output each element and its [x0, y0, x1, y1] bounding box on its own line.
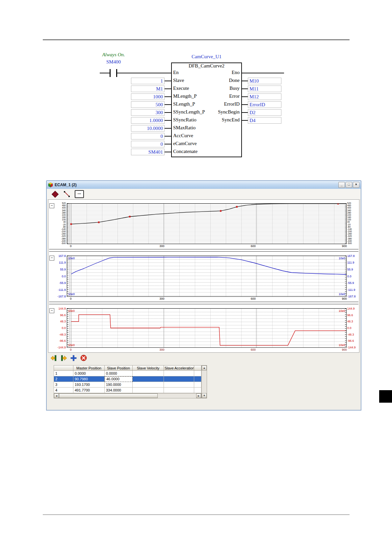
y-tick-label: 167.8 [347, 254, 355, 258]
chart-splitter[interactable] [49, 302, 358, 304]
slave-position-cell[interactable]: 0.0000 [105, 371, 133, 376]
window-titlebar[interactable]: ECAM_1 (2) _ □ × [47, 181, 361, 189]
velocity-plot[interactable]: 10e0 10e0 10e0 10e0 [67, 256, 347, 297]
slave-position-cell[interactable]: 46.0000 [105, 376, 133, 382]
line-tool-icon[interactable] [64, 191, 70, 197]
table-row-3[interactable]: 3193.1700190.0000 [54, 382, 201, 388]
master-position-cell[interactable]: 0.0000 [73, 371, 105, 376]
y-tick-label: 220 [62, 214, 66, 216]
close-button[interactable]: × [353, 182, 359, 188]
x-tick-label: 900 [342, 244, 347, 248]
scroll-down-button[interactable]: ▼ [202, 393, 207, 398]
table-row-2[interactable]: 290.798046.0000 [54, 376, 201, 382]
delete-point-button[interactable] [80, 354, 87, 362]
scrollbar-thumb[interactable] [59, 393, 158, 398]
slave-position-cell[interactable]: 334.0000 [105, 388, 133, 393]
column-header-slave-acceleration[interactable]: Slave Acceleration [164, 365, 194, 371]
input-pin-Slave: Slave [173, 78, 184, 83]
output-value-Error[interactable]: M12 [248, 93, 281, 100]
velocity-y-axis-right: 167.8111.955.90.0-55.9-111.9-167.8 [347, 256, 359, 301]
column-header-master-position[interactable]: Master Position [73, 365, 105, 371]
y-tick-label: 400 [62, 207, 66, 209]
scroll-left-button[interactable]: ◄ [54, 393, 59, 398]
input-value-AccCurve[interactable]: 0 [131, 133, 165, 139]
position-chart-panel: − 52046040034028022016010040-20-80-140-2… [48, 200, 359, 248]
input-value-Concatenate[interactable]: SM401 [131, 149, 165, 155]
master-position-cell[interactable]: 491.7700 [73, 388, 105, 393]
input-value-eCamCurve[interactable]: 0 [131, 141, 165, 147]
output-value-ErrorID[interactable]: ErrorID [248, 101, 281, 108]
column-header-slave-velocity[interactable]: Slave Velocity [133, 365, 164, 371]
column-header[interactable] [54, 365, 73, 371]
collapse-acceleration-chart-button[interactable]: − [49, 308, 54, 313]
manual-page: Always On. SM400 CamCurve_U1 DFB_CamCurv… [0, 0, 392, 554]
x-tick-label: 300 [160, 348, 165, 351]
x-tick-label: 900 [342, 348, 347, 351]
slave-acceleration-cell[interactable] [164, 371, 194, 376]
position-y-axis-left: 52046040034028022016010040-20-80-140-200… [48, 203, 67, 248]
table-row-4[interactable]: 4491.7700334.0000 [54, 388, 201, 393]
output-pin-Busy: Busy [184, 86, 240, 91]
row-number[interactable]: 3 [54, 382, 73, 388]
input-value-SSyncLength_P[interactable]: 300 [131, 109, 165, 116]
maximize-button[interactable]: □ [346, 182, 352, 188]
input-value-SMaxRatio[interactable]: 10.0000 [131, 125, 165, 132]
y-tick-label: -55.9 [347, 281, 354, 285]
master-position-cell[interactable]: 90.7980 [73, 376, 105, 382]
slave-acceleration-cell[interactable] [164, 388, 194, 393]
position-plot[interactable] [67, 203, 347, 244]
output-wire-ErrorID [242, 104, 248, 105]
input-value-MLength_P[interactable]: 1000 [131, 93, 165, 100]
table-vertical-scrollbar[interactable]: ▲ ▼ [201, 365, 207, 398]
slave-velocity-cell[interactable] [133, 371, 164, 376]
row-number[interactable]: 4 [54, 388, 73, 393]
scale-note: 10e0 [68, 292, 75, 296]
output-value-SyncEnd[interactable]: D4 [248, 117, 281, 124]
scroll-up-button[interactable]: ▲ [202, 365, 207, 370]
spacer-cell [194, 382, 201, 388]
collapse-velocity-chart-button[interactable]: − [49, 256, 54, 261]
table-header-row: Master PositionSlave PositionSlave Veloc… [54, 365, 201, 371]
chart-splitter[interactable] [49, 249, 358, 252]
output-value-Done[interactable]: M10 [248, 78, 281, 84]
contact-bar-left[interactable] [110, 69, 111, 77]
acceleration-plot[interactable]: 10e0 10e0 10e0 10e0 [67, 308, 347, 348]
slave-position-cell[interactable]: 190.0000 [105, 382, 133, 388]
slave-velocity-cell[interactable] [133, 376, 164, 382]
more-options-button[interactable]: ... [75, 190, 84, 198]
column-header[interactable] [194, 365, 201, 371]
point-tool-diamond-icon[interactable] [52, 190, 59, 197]
slave-velocity-cell[interactable] [133, 388, 164, 393]
column-header-slave-position[interactable]: Slave Position [105, 365, 133, 371]
power-rail-wire [100, 73, 110, 73]
scroll-right-button[interactable]: ► [196, 393, 201, 398]
y-tick-label: 0.0 [62, 275, 66, 278]
move-point-right-button[interactable] [60, 354, 67, 362]
input-value-Execute[interactable]: M1 [131, 86, 165, 92]
input-wire-AccCurve [165, 136, 171, 137]
collapse-position-chart-button[interactable]: − [49, 203, 54, 208]
input-value-SSyncRatio[interactable]: 1.0000 [131, 117, 165, 124]
row-number[interactable]: 1 [54, 371, 73, 376]
slave-acceleration-cell[interactable] [164, 376, 194, 382]
output-value-SyncBegin[interactable]: D2 [248, 109, 281, 116]
move-point-left-button[interactable] [50, 354, 58, 362]
input-value-Slave[interactable]: 1 [131, 78, 165, 84]
row-number[interactable]: 2 [54, 376, 73, 382]
minimize-button[interactable]: _ [338, 182, 345, 188]
ECAM-acceleration-curve [67, 309, 346, 347]
master-position-cell[interactable]: 193.1700 [73, 382, 105, 388]
output-value-Busy[interactable]: M11 [248, 86, 281, 92]
x-tick-label: 300 [160, 244, 165, 248]
acceleration-y-axis-right: 144.996.648.30.0-48.3-96.6-144.9 [347, 308, 359, 352]
page-bottom-rule [43, 515, 350, 515]
spacer-cell [194, 388, 201, 393]
table-row-1[interactable]: 10.00000.0000 [54, 371, 201, 376]
slave-velocity-cell[interactable] [133, 382, 164, 388]
slave-acceleration-cell[interactable] [164, 382, 194, 388]
y-tick-label: -320 [61, 235, 66, 237]
add-point-button[interactable] [70, 354, 77, 362]
table-horizontal-scrollbar[interactable]: ◄ ► [54, 393, 201, 398]
output-pin-ErrorID: ErrorID [184, 101, 240, 107]
input-value-SLength_P[interactable]: 500 [131, 101, 165, 108]
